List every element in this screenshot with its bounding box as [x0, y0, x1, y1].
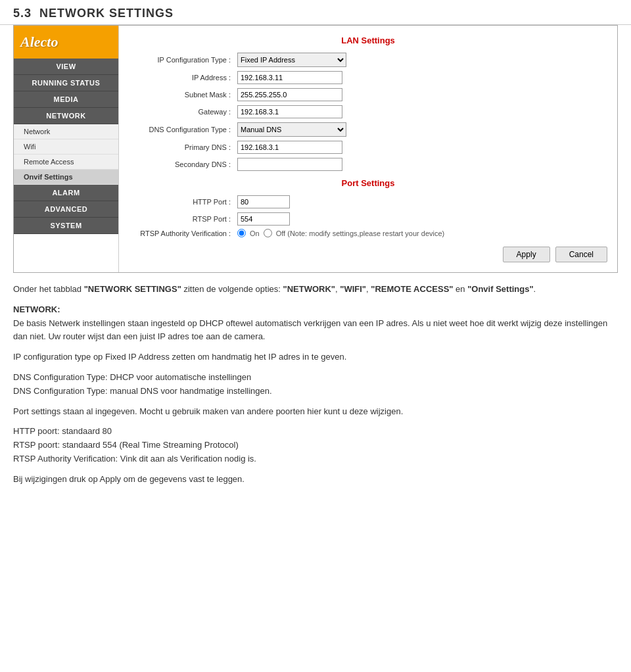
lan-settings-title: LAN Settings [129, 36, 607, 45]
sidebar-item-system[interactable]: SYSTEM [14, 218, 118, 234]
body-paragraph-5: Port settings staan al ingegeven. Mocht … [13, 405, 618, 419]
port-settings-table: HTTP Port : RTSP Port : RTSP Authority V… [129, 193, 607, 239]
http-port-label: HTTP Port : [129, 193, 234, 210]
dns-config-type-label: DNS Configuration Type : [129, 120, 234, 139]
secondary-dns-label: Secondary DNS : [129, 156, 234, 173]
primary-dns-row: Primary DNS : [129, 139, 607, 156]
rtsp-auth-off-label: Off (Note: modify settings,please restar… [276, 229, 445, 237]
rtsp-port-input[interactable] [237, 212, 290, 226]
rtsp-auth-row: RTSP Authority Verification : On Off (No… [129, 228, 607, 239]
secondary-dns-row: Secondary DNS : [129, 156, 607, 173]
subnet-mask-input[interactable] [237, 88, 342, 101]
primary-dns-input[interactable] [237, 141, 342, 154]
rtsp-auth-radio-group: On Off (Note: modify settings,please res… [237, 229, 604, 237]
action-buttons: Apply Cancel [129, 247, 607, 262]
lan-settings-table: IP Configuration Type : Fixed IP Address… [129, 51, 607, 173]
sidebar-item-network[interactable]: NETWORK [14, 108, 118, 124]
http-port-input[interactable] [237, 195, 290, 208]
body-paragraph-4: DNS Configuration Type: DHCP voor automa… [13, 371, 618, 398]
rtsp-auth-on-radio[interactable] [237, 229, 246, 237]
sidebar-item-view[interactable]: VIEW [14, 59, 118, 75]
dns-config-type-select[interactable]: Manual DNS [237, 122, 346, 137]
main-content: LAN Settings IP Configuration Type : Fix… [119, 26, 617, 272]
subnet-mask-row: Subnet Mask : [129, 86, 607, 103]
apply-button[interactable]: Apply [503, 247, 550, 262]
rtsp-auth-off-radio[interactable] [264, 229, 272, 237]
logo-bar: Alecto [14, 26, 118, 59]
ip-config-type-value: Fixed IP Address [234, 51, 607, 69]
bold-network: "NETWORK" [283, 284, 335, 294]
sidebar-sub-onvif-settings[interactable]: Onvif Settings [14, 170, 118, 185]
network-label: NETWORK: [13, 304, 60, 314]
body-paragraph-7: Bij wijzigingen druk op Apply om de gege… [13, 473, 618, 487]
rtsp-port-label: RTSP Port : [129, 210, 234, 228]
bold-onvif: "Onvif Settings" [467, 284, 533, 294]
subnet-mask-label: Subnet Mask : [129, 86, 234, 103]
rtsp-auth-label: RTSP Authority Verification : [129, 228, 234, 239]
section-number: 5.3 [13, 7, 32, 20]
sidebar-sub-remote-access[interactable]: Remote Access [14, 155, 118, 170]
ip-config-type-select[interactable]: Fixed IP Address [237, 53, 346, 67]
body-text: Onder het tabblad "NETWORK SETTINGS" zit… [0, 273, 631, 503]
cancel-button[interactable]: Cancel [555, 247, 607, 262]
dns-config-type-row: DNS Configuration Type : Manual DNS [129, 120, 607, 139]
body-paragraph-6: HTTP poort: standaard 80 RTSP poort: sta… [13, 425, 618, 466]
logo: Alecto [20, 34, 58, 51]
ip-address-label: IP Address : [129, 69, 234, 86]
sidebar: Alecto VIEW RUNNING STATUS MEDIA NETWORK… [14, 26, 119, 272]
rtsp-port-row: RTSP Port : [129, 210, 607, 228]
sidebar-sub-network[interactable]: Network [14, 124, 118, 139]
ip-config-type-label: IP Configuration Type : [129, 51, 234, 69]
sidebar-item-running-status[interactable]: RUNNING STATUS [14, 75, 118, 91]
port-settings-title: Port Settings [129, 178, 607, 188]
sidebar-item-media[interactable]: MEDIA [14, 91, 118, 108]
primary-dns-label: Primary DNS : [129, 139, 234, 156]
gateway-input[interactable] [237, 105, 342, 118]
ip-address-input[interactable] [237, 71, 342, 84]
sidebar-sub-wifi[interactable]: Wifi [14, 139, 118, 155]
rtsp-auth-on-label: On [250, 229, 260, 237]
ui-screenshot-panel: Alecto VIEW RUNNING STATUS MEDIA NETWORK… [13, 25, 618, 273]
ip-address-row: IP Address : [129, 69, 607, 86]
body-paragraph-2: NETWORK: De basis Netwerk instellingen s… [13, 303, 618, 344]
page-title: 5.3 NETWORK SETTINGS [13, 7, 618, 20]
bold-remote-access: "REMOTE ACCESS" [371, 284, 453, 294]
sidebar-item-alarm[interactable]: ALARM [14, 185, 118, 201]
body-paragraph-3: IP configuration type op Fixed IP Addres… [13, 350, 618, 364]
secondary-dns-input[interactable] [237, 158, 342, 171]
bold-wifi: "WIFI" [340, 284, 366, 294]
bold-network-settings: "NETWORK SETTINGS" [84, 284, 181, 294]
sidebar-item-advanced[interactable]: ADVANCED [14, 201, 118, 218]
gateway-row: Gateway : [129, 103, 607, 120]
body-paragraph-1: Onder het tabblad "NETWORK SETTINGS" zit… [13, 283, 618, 297]
gateway-label: Gateway : [129, 103, 234, 120]
ip-config-type-row: IP Configuration Type : Fixed IP Address [129, 51, 607, 69]
section-title-text: NETWORK SETTINGS [39, 7, 174, 20]
http-port-row: HTTP Port : [129, 193, 607, 210]
page-header: 5.3 NETWORK SETTINGS [0, 0, 631, 25]
